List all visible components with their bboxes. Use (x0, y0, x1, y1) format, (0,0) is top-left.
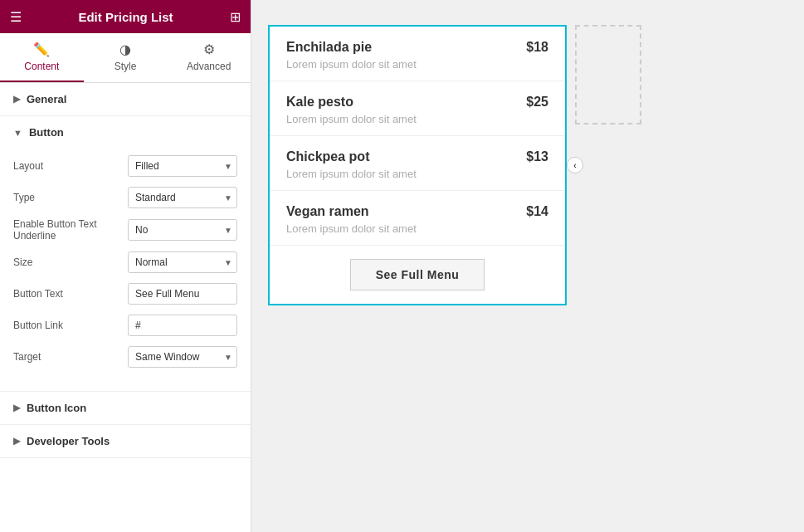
layout-control: Filled Outline Ghost ▼ (128, 155, 237, 177)
button-link-input[interactable] (128, 315, 237, 336)
item-name: Kale pesto (286, 95, 353, 110)
style-tab-label: Style (115, 61, 137, 72)
button-text-label: Button Text (13, 288, 121, 300)
advanced-tab-label: Advanced (187, 61, 231, 72)
developer-tools-section-label: Developer Tools (27, 435, 110, 447)
panel-title: Edit Pricing List (78, 10, 173, 24)
button-section: ▼ Button Layout Filled Outline Ghost ▼ T… (0, 116, 251, 392)
list-item: Vegan ramen $14 Lorem ipsum dolor sit am… (270, 191, 565, 246)
general-arrow-icon: ▶ (13, 94, 20, 105)
panel-header: ☰ Edit Pricing List ⊞ (0, 0, 251, 33)
button-link-label: Button Link (13, 320, 121, 331)
canvas-area: Enchilada pie $18 Lorem ipsum dolor sit … (251, 0, 804, 532)
pricing-button-container: See Full Menu (270, 246, 565, 304)
type-control: Standard Custom ▼ (128, 187, 237, 208)
content-area: Enchilada pie $18 Lorem ipsum dolor sit … (268, 25, 641, 305)
tabs-bar: ✏️ Content ◑ Style ⚙ Advanced (0, 33, 251, 83)
layout-label: Layout (13, 160, 121, 172)
pricing-card-wrapper: Enchilada pie $18 Lorem ipsum dolor sit … (268, 25, 567, 305)
empty-drop-zone (575, 25, 641, 124)
item-price: $13 (526, 149, 548, 164)
button-link-row: Button Link (13, 315, 237, 336)
see-full-menu-button[interactable]: See Full Menu (350, 259, 485, 290)
list-item: Enchilada pie $18 Lorem ipsum dolor sit … (270, 27, 565, 81)
left-panel: ☰ Edit Pricing List ⊞ ✏️ Content ◑ Style… (0, 0, 251, 532)
layout-row: Layout Filled Outline Ghost ▼ (13, 155, 237, 177)
underline-row: Enable Button Text Underline No Yes ▼ (13, 218, 237, 242)
button-icon-section: ▶ Button Icon (0, 392, 251, 425)
target-select[interactable]: Same Window New Window (128, 346, 237, 368)
item-price: $18 (526, 40, 548, 55)
tab-content[interactable]: ✏️ Content (0, 33, 84, 82)
underline-label: Enable Button Text Underline (13, 218, 121, 242)
button-icon-arrow-icon: ▶ (13, 403, 20, 413)
item-row: Vegan ramen $14 (286, 204, 548, 219)
size-label: Size (13, 256, 121, 268)
general-section-label: General (27, 93, 66, 105)
item-name: Chickpea pot (286, 149, 369, 164)
size-control: Normal Small Large ▼ (128, 251, 237, 273)
type-select[interactable]: Standard Custom (128, 187, 237, 208)
general-section-header[interactable]: ▶ General (0, 83, 251, 115)
item-name: Vegan ramen (286, 204, 369, 219)
hamburger-icon[interactable]: ☰ (10, 9, 22, 25)
content-tab-label: Content (24, 61, 59, 72)
button-link-control (128, 315, 237, 336)
item-price: $25 (526, 95, 548, 110)
list-item: Kale pesto $25 Lorem ipsum dolor sit ame… (270, 81, 565, 136)
item-description: Lorem ipsum dolor sit amet (286, 222, 548, 235)
underline-select[interactable]: No Yes (128, 219, 237, 241)
size-select[interactable]: Normal Small Large (128, 251, 237, 273)
underline-control: No Yes ▼ (128, 219, 237, 241)
general-section: ▶ General (0, 83, 251, 116)
button-icon-section-header[interactable]: ▶ Button Icon (0, 392, 251, 424)
item-description: Lorem ipsum dolor sit amet (286, 168, 548, 180)
item-description: Lorem ipsum dolor sit amet (286, 113, 548, 125)
button-text-control (128, 283, 237, 305)
button-text-input[interactable] (128, 283, 237, 305)
developer-tools-section-header[interactable]: ▶ Developer Tools (0, 425, 251, 457)
style-tab-icon: ◑ (119, 41, 131, 57)
advanced-tab-icon: ⚙ (203, 41, 215, 57)
size-row: Size Normal Small Large ▼ (13, 251, 237, 273)
target-control: Same Window New Window ▼ (128, 346, 237, 368)
developer-tools-arrow-icon: ▶ (13, 436, 20, 447)
item-row: Enchilada pie $18 (286, 40, 548, 55)
target-label: Target (13, 351, 121, 363)
tab-advanced[interactable]: ⚙ Advanced (167, 33, 251, 82)
layout-select[interactable]: Filled Outline Ghost (128, 155, 237, 177)
target-row: Target Same Window New Window ▼ (13, 346, 237, 368)
button-section-content: Layout Filled Outline Ghost ▼ Type Stand… (0, 149, 251, 391)
item-row: Kale pesto $25 (286, 95, 548, 110)
content-tab-icon: ✏️ (33, 41, 50, 57)
type-label: Type (13, 192, 121, 203)
type-row: Type Standard Custom ▼ (13, 187, 237, 208)
item-row: Chickpea pot $13 (286, 149, 548, 164)
item-description: Lorem ipsum dolor sit amet (286, 58, 548, 71)
pricing-card: Enchilada pie $18 Lorem ipsum dolor sit … (268, 25, 567, 305)
button-text-row: Button Text (13, 283, 237, 305)
tab-style[interactable]: ◑ Style (84, 33, 168, 82)
grid-icon[interactable]: ⊞ (230, 9, 241, 25)
button-section-header[interactable]: ▼ Button (0, 116, 251, 149)
button-arrow-icon: ▼ (13, 128, 22, 138)
button-icon-section-label: Button Icon (27, 402, 86, 414)
list-item: Chickpea pot $13 Lorem ipsum dolor sit a… (270, 136, 565, 191)
item-name: Enchilada pie (286, 40, 372, 55)
button-section-label: Button (29, 126, 64, 139)
drag-handle[interactable]: ‹ (567, 157, 583, 173)
item-price: $14 (526, 204, 548, 219)
developer-tools-section: ▶ Developer Tools (0, 425, 251, 458)
